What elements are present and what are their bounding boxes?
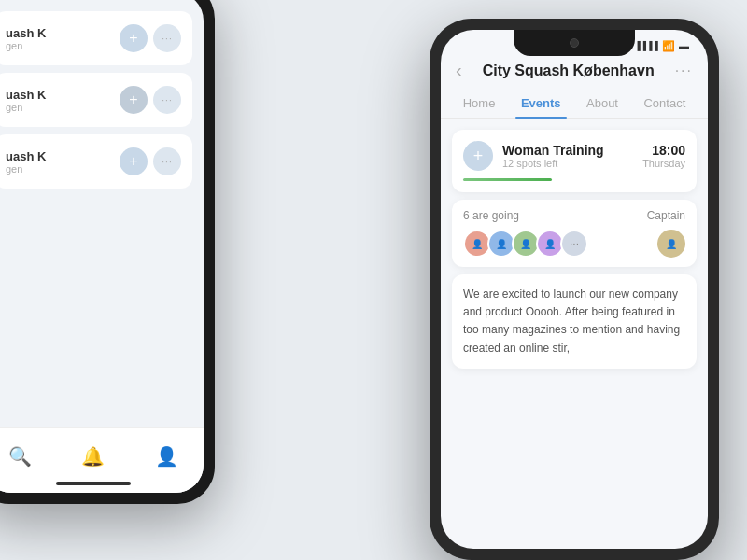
tab-events[interactable]: Events [515, 89, 567, 118]
avatars-row: 👤 👤 👤 👤 ··· 👤 [463, 230, 685, 258]
progress-bar [463, 178, 552, 181]
profile-nav-icon[interactable]: 👤 [155, 445, 178, 468]
back-button[interactable]: ‹ [456, 60, 462, 81]
list-item-1: uash K gen + ··· [0, 11, 192, 65]
list-item-2: uash K gen + ··· [0, 73, 192, 127]
left-screen-content: uash K gen + ··· uash K gen + ··· [0, 0, 204, 189]
event-name: Woman Training [502, 143, 633, 158]
description-section: We are excited to launch our new company… [452, 274, 697, 369]
going-header: 6 are going Captain [463, 209, 685, 222]
tab-about[interactable]: About [581, 89, 624, 118]
event-card: + Woman Training 12 spots left 18:00 Thu… [452, 130, 697, 192]
more-button-2[interactable]: ··· [153, 86, 181, 114]
going-section: 6 are going Captain 👤 👤 👤 👤 ··· 👤 [452, 200, 697, 267]
item-actions-1: + ··· [120, 24, 181, 52]
event-time-value: 18:00 [642, 143, 685, 158]
signal-icon: ▐▐▐▐ [634, 41, 658, 50]
left-phone-screen: uash K gen + ··· uash K gen + ··· [0, 0, 204, 493]
tab-contact[interactable]: Contact [638, 89, 691, 118]
left-phone: uash K gen + ··· uash K gen + ··· [0, 0, 215, 504]
item-name-1: uash K [6, 26, 46, 40]
app-header: ‹ City Squash København ··· [441, 56, 708, 89]
more-options-button[interactable]: ··· [675, 63, 693, 79]
event-header: + Woman Training 12 spots left 18:00 Thu… [463, 141, 685, 171]
bell-nav-icon[interactable]: 🔔 [81, 445, 105, 468]
front-camera [570, 38, 579, 48]
search-nav-icon[interactable]: 🔍 [8, 445, 32, 468]
item-sub-2: gen [6, 102, 46, 113]
tab-home[interactable]: Home [458, 89, 501, 118]
right-phone: ▐▐▐▐ 📶 ▬ ‹ City Squash København ··· Hom… [430, 19, 719, 560]
item-name-2: uash K [6, 88, 46, 102]
item-info-3: uash K gen [6, 149, 46, 175]
item-sub-3: gen [6, 163, 46, 175]
description-text: We are excited to launch our new company… [463, 286, 685, 357]
add-button-2[interactable]: + [120, 86, 148, 114]
add-button-1[interactable]: + [120, 24, 148, 52]
event-info: Woman Training 12 spots left [502, 143, 633, 169]
item-actions-2: + ··· [120, 86, 181, 114]
avatar-more[interactable]: ··· [560, 230, 588, 258]
more-button-1[interactable]: ··· [153, 24, 181, 52]
event-spots: 12 spots left [502, 158, 633, 169]
item-info-2: uash K gen [6, 88, 46, 113]
event-add-button[interactable]: + [463, 141, 493, 171]
wifi-icon: 📶 [662, 40, 675, 52]
list-item-3: uash K gen + ··· [0, 134, 192, 189]
item-sub-1: gen [6, 40, 46, 51]
event-day: Thursday [642, 158, 685, 169]
page-title: City Squash København [483, 63, 655, 79]
add-button-3[interactable]: + [120, 147, 148, 175]
item-name-3: uash K [6, 149, 46, 163]
item-info-1: uash K gen [6, 26, 46, 51]
event-time-block: 18:00 Thursday [642, 143, 685, 169]
avatar-captain: 👤 [657, 230, 685, 258]
battery-icon: ▬ [679, 40, 689, 51]
item-actions-3: + ··· [120, 147, 181, 175]
more-button-3[interactable]: ··· [153, 147, 181, 175]
phone-notch [514, 30, 635, 56]
avatars-left: 👤 👤 👤 👤 ··· [463, 230, 585, 258]
going-count: 6 are going [463, 209, 519, 222]
home-indicator-left [56, 482, 131, 485]
tab-bar: Home Events About Contact [441, 89, 708, 119]
right-phone-screen: ▐▐▐▐ 📶 ▬ ‹ City Squash København ··· Hom… [441, 30, 708, 549]
captain-label: Captain [647, 209, 685, 222]
